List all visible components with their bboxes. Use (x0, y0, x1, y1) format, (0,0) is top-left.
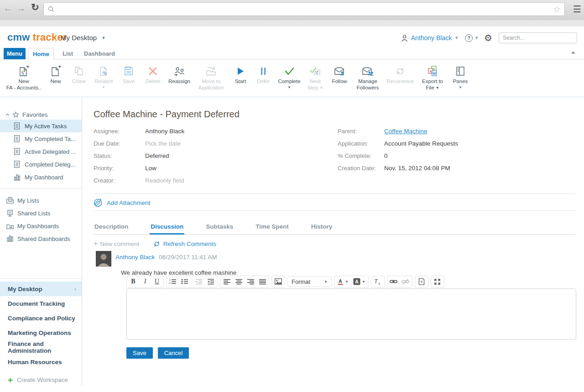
sidebar-item-my-completed-tasks[interactable]: My Completed Ta... (0, 132, 82, 145)
refresh-icon[interactable]: ↻ (31, 2, 39, 13)
ribbon-save[interactable]: Save (117, 59, 141, 97)
global-search[interactable] (499, 32, 577, 43)
due-date-value[interactable]: Pick the date (145, 140, 181, 147)
underline-icon[interactable]: U (151, 276, 163, 287)
sidebar-item-my-dashboard[interactable]: My Dashboard (0, 171, 82, 183)
workspace-compliance-and-policy[interactable]: Compliance and Policy (0, 311, 82, 325)
list-icon (14, 122, 21, 130)
align-right-icon[interactable] (245, 276, 256, 287)
browser-menu-icon[interactable]: ☰ (573, 4, 580, 15)
ribbon-clone[interactable]: Clone (68, 59, 90, 97)
workspace-marketing-operations[interactable]: Marketing Operations (0, 325, 82, 340)
format-dropdown[interactable]: Format ▼ (287, 276, 332, 287)
align-center-icon[interactable] (233, 276, 245, 287)
forward-icon[interactable]: → (16, 3, 26, 14)
maximize-icon[interactable] (432, 276, 443, 287)
tab-history[interactable]: History (310, 221, 334, 234)
sidebar-item-label: Completed Deleg... (25, 161, 75, 168)
workspace-selector[interactable]: My Desktop ▼ (61, 34, 105, 42)
ribbon-reassign[interactable]: Reassign (165, 59, 193, 97)
user-menu[interactable]: Anthony Black ▼ (401, 34, 459, 42)
settings-gear-icon[interactable]: ⚙ (484, 32, 492, 43)
remove-format-icon[interactable]: Tx (372, 276, 384, 287)
sidebar-item-active-delegated[interactable]: Active Delegated ... (0, 145, 82, 158)
save-button[interactable]: Save (126, 347, 153, 359)
ribbon-next-step[interactable]: Next Step▼ (304, 59, 327, 97)
cancel-button[interactable]: Cancel (158, 347, 189, 359)
bulleted-list-icon[interactable] (179, 276, 191, 287)
ribbon-label: New FA - Accounts.. (6, 78, 42, 91)
search-input[interactable] (503, 35, 574, 41)
tab-description[interactable]: Description (94, 221, 129, 234)
tab-dashboard[interactable]: Dashboard (84, 48, 115, 59)
comment-input[interactable] (126, 288, 576, 340)
ribbon-new[interactable]: New (44, 59, 68, 97)
sidebar-item-my-dashboards[interactable]: My Dashboards (0, 220, 82, 232)
ribbon-complete[interactable]: Complete ▼ (275, 59, 304, 97)
create-workspace-button[interactable]: + Create Workspace (0, 376, 82, 384)
numbered-list-icon[interactable]: 12 (167, 276, 179, 287)
text-color-button[interactable]: A ▼ (335, 278, 351, 285)
justify-icon[interactable] (256, 276, 268, 287)
svg-text:2: 2 (169, 282, 171, 284)
align-left-icon[interactable] (221, 276, 233, 287)
unlink-icon[interactable] (400, 276, 412, 287)
workspace-my-desktop[interactable]: My Desktop › (0, 282, 82, 296)
ribbon-export-to-file[interactable]: XλW Export to File▼ (417, 59, 448, 97)
tab-discussion[interactable]: Discussion (150, 221, 184, 235)
ribbon-defer[interactable]: Defer (252, 59, 275, 97)
sidebar-item-shared-lists[interactable]: Shared Lists (0, 207, 82, 220)
address-bar[interactable]: ☆ (43, 2, 565, 16)
italic-icon[interactable]: I (139, 276, 151, 287)
svg-text:A: A (339, 278, 342, 284)
ribbon-manage-followers[interactable]: Manage Followers (352, 59, 383, 97)
tab-time-spent[interactable]: Time Spent (255, 221, 290, 234)
link-icon[interactable] (388, 276, 400, 287)
ribbon-follow[interactable]: Follow (327, 59, 352, 97)
sidebar-item-shared-dashboards[interactable]: Shared Dashboards (0, 232, 82, 245)
workspace-document-tracking[interactable]: Document Tracking (0, 296, 82, 311)
menu-button[interactable]: Menu (4, 48, 26, 59)
sidebar-item-my-active-tasks[interactable]: My Active Tasks (0, 120, 82, 132)
tab-list[interactable]: List (63, 48, 73, 59)
outdent-icon[interactable] (193, 276, 205, 287)
assignee-value[interactable]: Anthony Black (145, 128, 184, 135)
address-bar-input[interactable] (58, 6, 553, 13)
workspace-finance-and-administration[interactable]: Finance and Administration (0, 340, 82, 355)
ribbon-panes[interactable]: Panes ▼ (448, 59, 473, 97)
ribbon-new-fa-accounts[interactable]: New FA - Accounts.. (4, 59, 44, 97)
move-to-application-icon (205, 63, 218, 78)
refresh-comments-button[interactable]: Refresh Comments (153, 240, 216, 247)
background-color-button[interactable]: A ▼ (351, 278, 368, 285)
avatar[interactable] (96, 251, 111, 267)
ribbon-related[interactable]: Related ▼ (90, 59, 117, 97)
ribbon-delete[interactable]: Delete (141, 59, 165, 97)
percent-complete-value[interactable]: 0 (384, 152, 388, 159)
tab-home[interactable]: Home (28, 48, 54, 60)
add-attachment-button[interactable]: Add Attachment (94, 198, 150, 207)
collapse-ribbon-icon[interactable] (571, 51, 576, 54)
ribbon-move-to-application[interactable]: Move to Application (193, 59, 229, 97)
parent-link[interactable]: Coffee Machine (384, 128, 427, 135)
ribbon-label: Move to Application (193, 78, 229, 91)
templates-icon[interactable] (416, 276, 428, 287)
help-icon[interactable]: ? (465, 34, 473, 42)
field-label: Parent: (338, 128, 384, 135)
ribbon-start[interactable]: Start (229, 59, 252, 97)
priority-value[interactable]: Low (145, 165, 156, 172)
sidebar-item-completed-delegated[interactable]: Completed Deleg... (0, 158, 82, 171)
favorites-header[interactable]: Favorites (0, 110, 82, 120)
back-icon[interactable]: ← (3, 3, 14, 14)
chevron-down-icon[interactable]: ▼ (474, 36, 479, 40)
comment-author-link[interactable]: Anthony Black (115, 254, 155, 261)
svg-text:λ: λ (429, 69, 432, 73)
indent-icon[interactable] (205, 276, 217, 287)
workspace-human-resources[interactable]: Human Resources (0, 355, 82, 369)
tab-subtasks[interactable]: Subtasks (205, 221, 234, 234)
sidebar-item-my-lists[interactable]: My Lists (0, 194, 82, 207)
bold-icon[interactable]: B (127, 276, 139, 287)
ribbon-recurrence[interactable]: Recurrence (383, 59, 417, 97)
bookmark-star-icon[interactable]: ☆ (553, 4, 561, 15)
new-comment-button[interactable]: + New comment (94, 240, 140, 248)
insert-image-icon[interactable] (272, 276, 284, 287)
